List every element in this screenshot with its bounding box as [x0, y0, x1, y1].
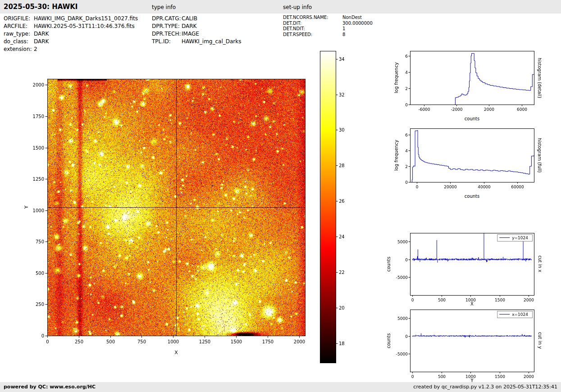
metadata-value: 1 [342, 26, 345, 32]
metadata-row: DET.RSPEED:8 [283, 32, 373, 38]
page-title: 2025-05-30: HAWKI [4, 3, 78, 11]
histogram-detail-ylabel: log frequency [394, 51, 399, 105]
histogram-detail-side-label: histogram (detail) [537, 51, 542, 105]
setup-info-heading: set-up info [283, 4, 312, 10]
footer-powered-by: powered by QC: www.eso.org/HC [4, 384, 96, 390]
raw-image-plot: X Y [0, 45, 360, 378]
footer-bar: powered by QC: www.eso.org/HC created by… [0, 382, 561, 392]
metadata-label: do_class: [4, 38, 34, 46]
metadata-value: HAWKI_img_cal_Darks [182, 38, 242, 46]
metadata-label: ARCFILE: [4, 23, 34, 30]
raw-image-xlabel: X [47, 350, 305, 356]
metadata-value: HAWKI_IMG_DARK_Darks151_0027.fits [34, 15, 138, 23]
cut-in-y-canvas [385, 306, 550, 382]
histogram-detail-xlabel: counts [410, 116, 534, 121]
metadata-value: IMAGE [182, 30, 199, 38]
metadata-value: NonDest [342, 15, 362, 21]
raw-image-ylabel: Y [23, 79, 29, 336]
metadata-label: DPR.TYPE: [152, 23, 182, 30]
metadata-value: CALIB [182, 15, 197, 23]
metadata-row: ARCFILE:HAWKI.2025-05-31T11:10:46.376.fi… [4, 23, 138, 30]
metadata-label: DET.NDIT: [283, 26, 342, 32]
cut-in-y-side-label: cut in y [538, 310, 543, 372]
type-info-block: DPR.CATG:CALIBDPR.TYPE:DARKDPR.TECH:IMAG… [152, 15, 242, 46]
histogram-detail-canvas [392, 47, 550, 114]
cut-in-x-side-label: cut in x [538, 233, 543, 295]
metadata-row: TPL.ID:HAWKI_img_cal_Darks [152, 38, 242, 46]
header-bar: 2025-05-30: HAWKI type info set-up info [0, 0, 561, 14]
footer-created-by: created by qc_rawdisp.py v1.2.3 on 2025-… [413, 384, 557, 390]
metadata-row: DPR.CATG:CALIB [152, 15, 242, 23]
metadata-label: DET.NCORRS.NAME: [283, 15, 342, 21]
cut-in-y-ylabel: counts [386, 310, 391, 372]
metadata-row: do_class:DARK [4, 38, 138, 46]
metadata-row: DPR.TYPE:DARK [152, 23, 242, 30]
type-info-heading: type info [152, 4, 176, 10]
metadata-label: DPR.TECH: [152, 30, 182, 38]
metadata-label: TPL.ID: [152, 38, 182, 46]
metadata-value: HAWKI.2025-05-31T11:10:46.376.fits [34, 23, 135, 30]
cut-in-y-plot: counts Y cut in y [385, 306, 550, 390]
metadata-row: DET.NCORRS.NAME:NonDest [283, 15, 373, 21]
histogram-full-ylabel: log frequency [394, 128, 399, 182]
histogram-detail-plot: log frequency counts histogram (detail) [392, 47, 550, 126]
metadata-row: raw_type:DARK [4, 30, 138, 38]
metadata-row: DET.DIT:300.0000000 [283, 21, 373, 27]
setup-info-block: DET.NCORRS.NAME:NonDestDET.DIT:300.00000… [283, 15, 373, 37]
raw-image-canvas [0, 45, 360, 366]
metadata-label: DPR.CATG: [152, 15, 182, 23]
cut-in-x-ylabel: counts [386, 233, 391, 295]
histogram-full-canvas [392, 125, 550, 191]
metadata-label: raw_type: [4, 30, 34, 38]
metadata-value: 8 [342, 32, 345, 38]
metadata-label: DET.DIT: [283, 21, 342, 27]
metadata-row: DET.NDIT:1 [283, 26, 373, 32]
metadata-value: DARK [34, 30, 49, 38]
qc-report-page: 2025-05-30: HAWKI type info set-up info … [0, 0, 561, 392]
metadata-label: DET.RSPEED: [283, 32, 342, 38]
metadata-label: ORIGFILE: [4, 15, 34, 23]
metadata-value: 300.0000000 [342, 21, 373, 27]
metadata-row: ORIGFILE:HAWKI_IMG_DARK_Darks151_0027.fi… [4, 15, 138, 23]
colorbar [318, 47, 358, 369]
colorbar-canvas [318, 47, 358, 369]
metadata-value: DARK [182, 23, 196, 30]
metadata-value: DARK [34, 38, 49, 46]
metadata-row: DPR.TECH:IMAGE [152, 30, 242, 38]
histogram-full-plot: log frequency counts histogram (full) [392, 125, 550, 204]
cut-in-x-plot: counts X cut in x [385, 229, 550, 313]
histogram-full-side-label: histogram (full) [537, 128, 542, 182]
histogram-full-xlabel: counts [410, 194, 534, 199]
cut-in-x-canvas [385, 229, 550, 305]
